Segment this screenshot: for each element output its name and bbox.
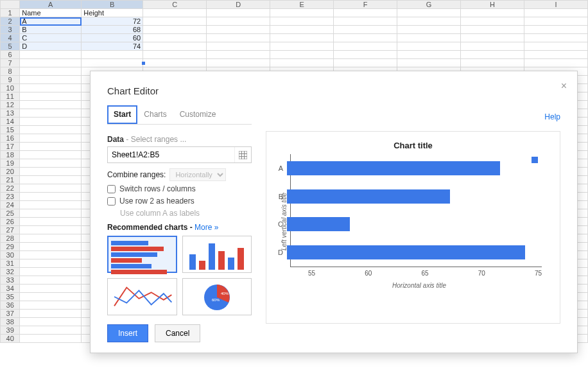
cell-A26[interactable] [20,218,82,226]
cell-H5[interactable] [461,42,524,51]
cell-A15[interactable] [20,126,82,134]
row-header-35[interactable]: 35 [1,293,20,301]
cell-H2[interactable] [461,17,524,26]
cell-H1[interactable] [461,9,524,17]
row-header-4[interactable]: 4 [1,34,20,42]
col-header-H[interactable]: H [461,1,524,9]
cell-I2[interactable] [524,17,587,26]
cell-A22[interactable] [20,184,82,193]
cell-G2[interactable] [397,17,461,26]
col-header-F[interactable]: F [334,1,397,9]
cell-A25[interactable] [20,209,82,218]
row-header-21[interactable]: 21 [1,176,20,184]
thumb-line[interactable] [107,278,177,315]
cell-A16[interactable] [20,134,82,143]
row-header-31[interactable]: 31 [1,259,20,268]
cell-B1[interactable]: Height [82,9,143,17]
cell-A12[interactable] [20,101,82,109]
cell-A9[interactable] [20,76,82,84]
col-header-C[interactable]: C [143,1,207,9]
row-header-8[interactable]: 8 [1,67,20,76]
cell-I3[interactable] [524,26,587,34]
col-header-D[interactable]: D [207,1,270,9]
row-header-20[interactable]: 20 [1,168,20,176]
cell-G6[interactable] [397,51,461,59]
row-header-36[interactable]: 36 [1,301,20,310]
cell-F6[interactable] [334,51,397,59]
close-icon[interactable]: × [561,80,567,92]
cell-E3[interactable] [270,26,334,34]
row-header-34[interactable]: 34 [1,285,20,293]
cell-E7[interactable] [270,59,334,67]
cell-A35[interactable] [20,293,82,301]
row-header-9[interactable]: 9 [1,76,20,84]
cell-E6[interactable] [270,51,334,59]
cell-A31[interactable] [20,259,82,268]
headers-checkbox[interactable]: Use row 2 as headers [107,197,252,206]
cell-G5[interactable] [397,42,461,51]
cell-I6[interactable] [524,51,587,59]
row-header-37[interactable]: 37 [1,310,20,318]
row-header-19[interactable]: 19 [1,159,20,168]
cell-G4[interactable] [397,34,461,42]
row-header-12[interactable]: 12 [1,101,20,109]
cell-A20[interactable] [20,168,82,176]
cell-D5[interactable] [207,42,270,51]
cell-D7[interactable] [207,59,270,67]
cell-G3[interactable] [397,26,461,34]
cell-A3[interactable]: B [20,26,82,34]
cell-C5[interactable] [143,42,207,51]
row-header-14[interactable]: 14 [1,118,20,126]
cancel-button[interactable]: Cancel [155,324,200,342]
row-header-26[interactable]: 26 [1,218,20,226]
cell-A10[interactable] [20,84,82,92]
cell-F4[interactable] [334,34,397,42]
row-header-39[interactable]: 39 [1,326,20,335]
cell-E1[interactable] [270,9,334,17]
cell-A13[interactable] [20,109,82,118]
row-header-32[interactable]: 32 [1,268,20,276]
thumb-horizontal-bar[interactable] [107,236,177,273]
cell-C1[interactable] [143,9,207,17]
selection-drag-handle[interactable] [142,62,145,65]
row-header-28[interactable]: 28 [1,234,20,243]
row-header-1[interactable]: 1 [1,9,20,17]
cell-A6[interactable] [20,51,82,59]
cell-A19[interactable] [20,159,82,168]
col-header-I[interactable]: I [524,1,587,9]
row-header-22[interactable]: 22 [1,184,20,193]
cell-F7[interactable] [334,59,397,67]
cell-D6[interactable] [207,51,270,59]
row-header-3[interactable]: 3 [1,26,20,34]
cell-A33[interactable] [20,276,82,285]
cell-D4[interactable] [207,34,270,42]
cell-E2[interactable] [270,17,334,26]
row-header-17[interactable]: 17 [1,143,20,151]
tab-customize[interactable]: Customize [173,105,223,123]
cell-C7[interactable] [143,59,207,67]
thumb-vertical-bar[interactable] [182,236,252,273]
row-header-24[interactable]: 24 [1,201,20,209]
insert-button[interactable]: Insert [107,324,148,342]
col-header-B[interactable]: B [82,1,143,9]
row-header-13[interactable]: 13 [1,109,20,118]
more-link[interactable]: More » [195,223,218,232]
cell-A18[interactable] [20,151,82,159]
range-input[interactable] [108,150,234,159]
tab-start[interactable]: Start [107,105,137,124]
cell-H7[interactable] [461,59,524,67]
col-header-G[interactable]: G [397,1,461,9]
cell-A40[interactable] [20,335,82,343]
cell-A28[interactable] [20,234,82,243]
cell-C4[interactable] [143,34,207,42]
cell-B3[interactable]: 68 [82,26,143,34]
cell-A38[interactable] [20,318,82,326]
cell-B5[interactable]: 74 [82,42,143,51]
cell-H6[interactable] [461,51,524,59]
cell-A29[interactable] [20,243,82,251]
row-header-6[interactable]: 6 [1,51,20,59]
combine-select[interactable]: Horizontally [169,168,226,181]
cell-D1[interactable] [207,9,270,17]
cell-B4[interactable]: 60 [82,34,143,42]
cell-A23[interactable] [20,193,82,201]
